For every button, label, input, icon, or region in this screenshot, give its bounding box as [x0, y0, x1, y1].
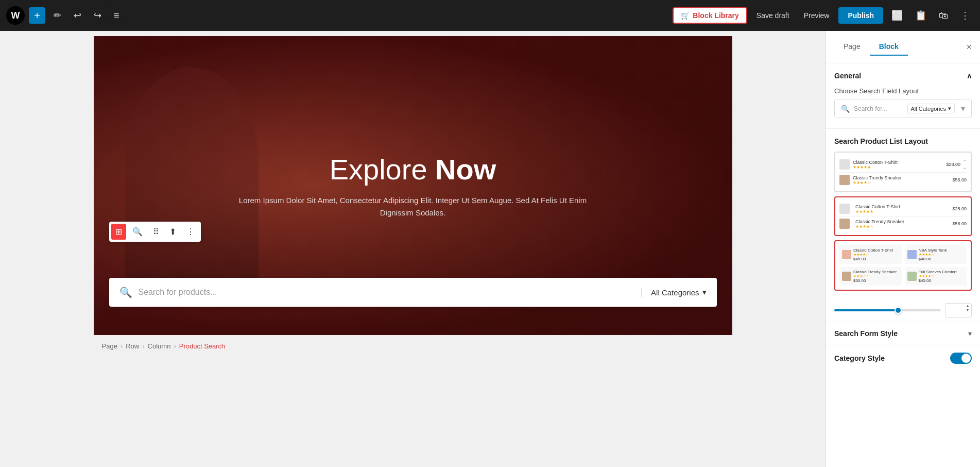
tab-block[interactable]: Block — [870, 38, 908, 56]
slider-fill — [834, 309, 898, 311]
grid-thumb-3 — [842, 272, 851, 281]
flat-row-1: Classic Cotton T-Shirt ★★★★★ $28.00 — [839, 202, 967, 216]
search-bar-container: 🔍 Search for products... All Categories … — [109, 278, 717, 307]
slider-value-input[interactable]: ▲ ▼ — [945, 303, 972, 318]
product-list-layout-header: Search Product List Layout — [834, 137, 972, 145]
grid-cell-3: Classic Trendy Sneaker ★★★☆☆ $30.00 — [839, 267, 902, 286]
product-list-layout-section: Search Product List Layout Classic Cotto… — [826, 129, 980, 299]
list-view-button[interactable]: ≡ — [110, 7, 124, 24]
breadcrumb-sep-3: › — [174, 342, 176, 350]
breadcrumb-product-search[interactable]: Product Search — [179, 342, 226, 350]
toolbar-move-up-button[interactable]: ⬆ — [165, 224, 180, 240]
flat-row-2: Classic Trendy Sneaker ★★★★☆ $56.00 — [839, 216, 967, 231]
slider-row: ▲ ▼ — [826, 299, 980, 322]
grid-thumb-4 — [907, 272, 917, 281]
sf-chevron-icon: ▾ — [948, 105, 951, 112]
save-draft-button[interactable]: Save draft — [751, 8, 795, 23]
breadcrumb-sep-2: › — [142, 342, 144, 350]
scroll-indicator: ⌃⌄ — [962, 159, 967, 170]
search-bar-icon: 🔍 — [119, 286, 132, 298]
category-style-label: Category Style — [834, 354, 885, 362]
block-library-button[interactable]: 🛒 Block Library — [673, 7, 747, 24]
layout-options: Classic Cotton T-Shirt ★★★★★ $28.00 ⌃⌄ C… — [834, 152, 972, 291]
sf-search-icon: 🔍 — [841, 105, 850, 113]
toggle-knob — [961, 354, 971, 363]
preview-button[interactable]: Preview — [799, 8, 835, 23]
wp-logo-icon[interactable]: W — [6, 6, 25, 25]
grid-cell-2: NBA Style Tank ★★★★☆ $48.00 — [905, 245, 967, 264]
grid-cell-4: Full Sleeves Comfort ★★★★☆ $45.00 — [905, 267, 967, 286]
search-bar-placeholder: Search for products... — [139, 288, 635, 297]
grid-cell-1: Classic Cotton T-Shirt ★★★★☆ $45.00 — [839, 245, 902, 264]
breadcrumb-sep-1: › — [121, 342, 123, 350]
sidebar-tabs: Page Block — [834, 38, 908, 56]
product-thumb-1 — [839, 159, 850, 170]
product-info-1: Classic Cotton T-Shirt ★★★★★ — [853, 160, 946, 170]
chevron-down-icon: ▾ — [702, 288, 707, 297]
details-button[interactable]: 📋 — [911, 7, 931, 24]
hero-content: Explore Now Lorem Ipsum Dolor Sit Amet, … — [233, 153, 593, 219]
grid-thumb-1 — [842, 250, 851, 259]
general-section-header[interactable]: General ∧ — [834, 72, 972, 80]
main-area: ⊞ 🔍 ⠿ ⬆ ⋮ Explore Now Lorem Ipsum Dolor … — [0, 31, 980, 467]
product-thumb-4 — [839, 219, 850, 229]
list-row-1: Classic Cotton T-Shirt ★★★★★ $28.00 ⌃⌄ — [839, 157, 967, 173]
toolbar-drag-handle[interactable]: ⠿ — [149, 224, 163, 240]
add-block-button[interactable]: + — [29, 7, 45, 24]
sf-placeholder: Search for... — [854, 105, 903, 112]
sf-outer-chevron-icon: ▾ — [961, 104, 965, 113]
slider-thumb[interactable] — [895, 307, 902, 314]
breadcrumb-row[interactable]: Row — [126, 342, 139, 350]
slider-spinners: ▲ ▼ — [965, 304, 970, 312]
search-category-dropdown[interactable]: All Categories ▾ — [641, 288, 706, 297]
hero-title-bold: Now — [435, 153, 496, 186]
chevron-down-icon-search-form: ▾ — [968, 329, 972, 338]
sf-categories-dropdown[interactable]: All Categories ▾ — [907, 104, 955, 113]
search-field-preview[interactable]: 🔍 Search for... All Categories ▾ ▾ — [834, 99, 972, 118]
chevron-up-icon: ∧ — [967, 72, 972, 80]
editor-area: ⊞ 🔍 ⠿ ⬆ ⋮ Explore Now Lorem Ipsum Dolor … — [0, 31, 826, 467]
grid-layout: Classic Cotton T-Shirt ★★★★☆ $45.00 NBA … — [839, 245, 967, 286]
list-row-2: Classic Trendy Sneaker ★★★★☆ $56.00 — [839, 173, 967, 187]
close-sidebar-button[interactable]: × — [966, 42, 972, 53]
block-toolbar: ⊞ 🔍 ⠿ ⬆ ⋮ — [109, 222, 201, 242]
product-thumb-3 — [839, 204, 850, 214]
sidebar: Page Block × General ∧ Choose Search Fie… — [826, 31, 980, 467]
tab-page[interactable]: Page — [834, 38, 870, 56]
slider-decrement[interactable]: ▼ — [965, 308, 970, 312]
breadcrumb-page[interactable]: Page — [102, 342, 117, 350]
top-bar: W + ✏ ↩ ↪ ≡ 🛒 Block Library Save draft P… — [0, 0, 980, 31]
product-info-2: Classic Trendy Sneaker ★★★★☆ — [853, 175, 952, 185]
options-button[interactable]: ⋮ — [956, 7, 974, 24]
search-bar[interactable]: 🔍 Search for products... All Categories … — [109, 278, 717, 307]
layout-toggle-button[interactable]: ⬜ — [887, 7, 907, 24]
search-form-style-label: Search Form Style — [834, 329, 898, 338]
hero-title-regular: Explore — [330, 153, 435, 186]
publish-button[interactable]: Publish — [838, 7, 883, 24]
category-style-toggle[interactable] — [950, 353, 972, 364]
toolbar-grid-icon[interactable]: ⊞ — [111, 224, 126, 240]
edit-mode-button[interactable]: ✏ — [49, 7, 65, 24]
hero-section: ⊞ 🔍 ⠿ ⬆ ⋮ Explore Now Lorem Ipsum Dolor … — [94, 36, 732, 335]
search-form-style-section[interactable]: Search Form Style ▾ — [826, 322, 980, 345]
hero-title: Explore Now — [233, 153, 593, 186]
toolbar-more-options[interactable]: ⋮ — [182, 224, 199, 240]
hero-subtitle: Lorem Ipsum Dolor Sit Amet, Consectetur … — [233, 194, 593, 219]
category-style-row: Category Style — [826, 345, 980, 371]
breadcrumb: Page › Row › Column › Product Search — [94, 335, 732, 357]
layout-option-list-scroll[interactable]: Classic Cotton T-Shirt ★★★★★ $28.00 ⌃⌄ C… — [834, 152, 972, 192]
cart-icon[interactable]: 🛍 — [935, 7, 952, 24]
redo-button[interactable]: ↪ — [90, 7, 106, 24]
undo-button[interactable]: ↩ — [70, 7, 85, 24]
block-library-icon: 🛒 — [681, 11, 690, 20]
choose-search-field-label: Choose Search Field Layout — [834, 87, 972, 95]
breadcrumb-column[interactable]: Column — [148, 342, 171, 350]
grid-thumb-2 — [907, 250, 917, 259]
toolbar-search-icon[interactable]: 🔍 — [128, 224, 147, 240]
editor-canvas: ⊞ 🔍 ⠿ ⬆ ⋮ Explore Now Lorem Ipsum Dolor … — [94, 36, 732, 357]
general-section: General ∧ Choose Search Field Layout 🔍 S… — [826, 63, 980, 129]
layout-option-list-flat[interactable]: Classic Cotton T-Shirt ★★★★★ $28.00 Clas… — [834, 196, 972, 236]
slider-track[interactable] — [834, 309, 941, 311]
layout-option-grid[interactable]: Classic Cotton T-Shirt ★★★★☆ $45.00 NBA … — [834, 240, 972, 291]
product-thumb-2 — [839, 175, 850, 185]
